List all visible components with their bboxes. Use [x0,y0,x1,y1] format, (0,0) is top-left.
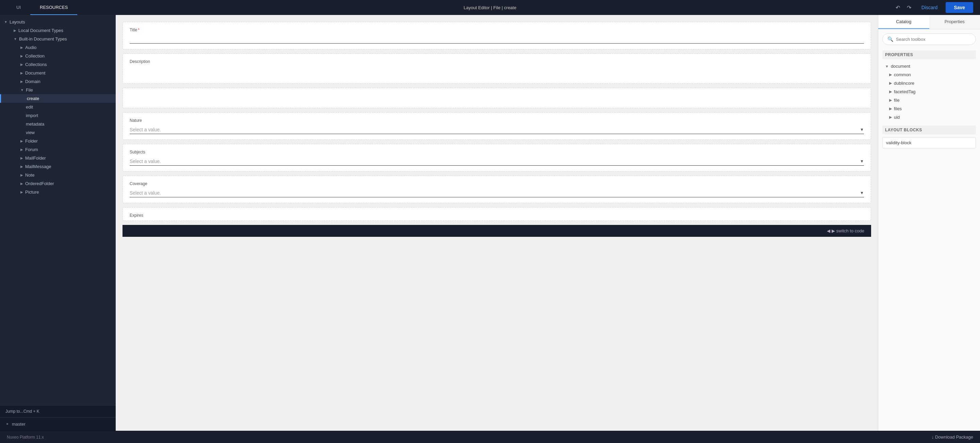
undo-button[interactable]: ↶ [894,3,902,12]
sidebar-item-mailfolder[interactable]: ▶ MailFolder [0,154,116,162]
chevron-right-icon: ▶ [21,156,23,160]
chevron-down-icon: ▼ [4,20,8,24]
sidebar-item-domain[interactable]: ▶ Domain [0,77,116,86]
jump-to-button[interactable]: Jump to...Cmd + K [0,405,116,417]
sidebar-item-local-doc-types[interactable]: ▶ Local Document Types [0,26,116,35]
chevron-right-icon: ▶ [14,29,16,32]
form-section-description: Description [123,53,871,84]
form-section-title: Title* [123,22,871,49]
sidebar-item-collections[interactable]: ▶ Collections [0,60,116,69]
coverage-select[interactable]: Select a value. ▼ [130,189,864,197]
redo-button[interactable]: ↷ [905,3,913,12]
sidebar-tree: ▼ Layouts ▶ Local Document Types ▼ Built… [0,15,116,405]
sidebar-item-orderedfolder[interactable]: ▶ OrderedFolder [0,179,116,188]
save-button[interactable]: Save [946,2,973,13]
chevron-right-icon: ▶ [889,98,892,102]
right-panel-body: 🔍 Properties ▼ document ▶ common ▶ dubli… [878,29,980,431]
right-panel-tabs: Catalog Properties [878,15,980,29]
main-layout: ▼ Layouts ▶ Local Document Types ▼ Built… [0,15,980,431]
chevron-right-icon: ▶ [21,139,23,143]
chevron-right-icon: ▶ [21,71,23,75]
editor-title: Layout Editor | File | create [464,5,517,10]
sidebar-item-document[interactable]: ▶ Document [0,69,116,77]
form-spacer-block [123,88,871,108]
coverage-label: Coverage [130,181,864,186]
top-bar-actions: ↶ ↷ Discard Save [894,2,973,13]
right-tree-item-uid[interactable]: ▶ uid [882,113,976,121]
chevron-right-icon: ▶ [21,54,23,58]
chevron-right-icon: ▶ [889,115,892,119]
right-tree-item-dublincore[interactable]: ▶ dublincore [882,79,976,87]
sidebar-item-layouts[interactable]: ▼ Layouts [0,18,116,26]
expires-label: Expires [130,213,864,218]
chevron-right-icon: ▶ [21,148,23,151]
sidebar-item-metadata[interactable]: metadata [0,120,116,128]
chevron-right-icon: ▶ [889,106,892,111]
search-icon: 🔍 [888,37,893,42]
tab-resources[interactable]: RESOURCES [30,0,77,15]
form-section-nature: Nature Select a value. ▼ [123,112,871,140]
tab-properties[interactable]: Properties [929,15,980,29]
right-tree-item-files[interactable]: ▶ files [882,105,976,113]
right-tree-item-document[interactable]: ▼ document [882,62,976,70]
chevron-right-icon: ▶ [21,182,23,186]
right-tree-item-common[interactable]: ▶ common [882,70,976,79]
sidebar-item-edit[interactable]: edit [0,103,116,111]
platform-label: Nuxeo Platform 11.x [7,435,44,440]
sidebar-item-file[interactable]: ▼ File [0,86,116,94]
layout-blocks-header: Layout Blocks [882,125,976,134]
sidebar: ▼ Layouts ▶ Local Document Types ▼ Built… [0,15,116,431]
subjects-select-wrapper: Select a value. ▼ [130,157,864,166]
search-toolbox-input[interactable] [896,37,971,42]
right-panel: Catalog Properties 🔍 Properties ▼ docume… [878,15,980,431]
sidebar-item-import[interactable]: import [0,111,116,120]
chevron-down-icon: ▼ [860,191,864,195]
sidebar-item-picture[interactable]: ▶ Picture [0,188,116,196]
search-toolbox: 🔍 [882,33,976,45]
form-section-expires-partial: Expires [123,207,871,221]
sidebar-item-audio[interactable]: ▶ Audio [0,43,116,52]
chevron-down-icon: ▼ [14,37,17,41]
undo-redo-group: ↶ ↷ [894,3,913,12]
form-section-subjects: Subjects Select a value. ▼ [123,144,871,171]
nature-label: Nature [130,118,864,123]
chevron-down-icon: ▼ [885,64,889,68]
download-package-button[interactable]: ↓ Download Package [932,435,973,440]
title-input[interactable] [130,35,864,44]
center-panel: Title* Description Nature Select a value… [116,15,878,431]
chevron-right-icon: ▶ [21,79,23,83]
sidebar-item-builtin-doc-types[interactable]: ▼ Built-in Document Types [0,35,116,43]
description-input[interactable] [130,67,864,77]
chevron-right-icon: ▶ [21,63,23,66]
switch-to-code-bar: ◀ ▶ switch to code [123,225,871,237]
sidebar-item-create[interactable]: create [0,94,116,103]
sidebar-item-mailmessage[interactable]: ▶ MailMessage [0,162,116,171]
tab-catalog[interactable]: Catalog [878,15,929,29]
sidebar-item-folder[interactable]: ▶ Folder [0,137,116,145]
chevron-right-icon: ▶ [21,46,23,49]
subjects-select[interactable]: Select a value. ▼ [130,157,864,166]
discard-button[interactable]: Discard [917,3,942,12]
right-tree-item-facetedtag[interactable]: ▶ facetedTag [882,87,976,96]
switch-to-code-button[interactable]: ◀ ▶ switch to code [827,228,864,233]
sidebar-branch: ⚬ master [0,417,116,431]
sidebar-item-view[interactable]: view [0,128,116,137]
chevron-right-icon: ▶ [21,165,23,168]
chevron-right-icon: ▶ [889,89,892,94]
sidebar-item-note[interactable]: ▶ Note [0,171,116,179]
description-label: Description [130,59,864,64]
chevron-right-icon: ▶ [889,81,892,86]
sidebar-item-forum[interactable]: ▶ Forum [0,145,116,154]
branch-icon: ⚬ [5,422,9,427]
layout-block-validity[interactable]: validity-block [882,137,976,148]
subjects-label: Subjects [130,150,864,154]
nav-tabs: UI RESOURCES [7,0,77,15]
nature-select[interactable]: Select a value. ▼ [130,125,864,134]
chevron-down-icon: ▼ [860,127,864,132]
sidebar-item-collection[interactable]: ▶ Collection [0,52,116,60]
title-label: Title* [130,27,864,32]
top-bar: UI RESOURCES Layout Editor | File | crea… [0,0,980,15]
tab-ui[interactable]: UI [7,0,30,15]
chevron-right-icon: ▶ [21,173,23,177]
right-tree-item-file[interactable]: ▶ file [882,96,976,105]
